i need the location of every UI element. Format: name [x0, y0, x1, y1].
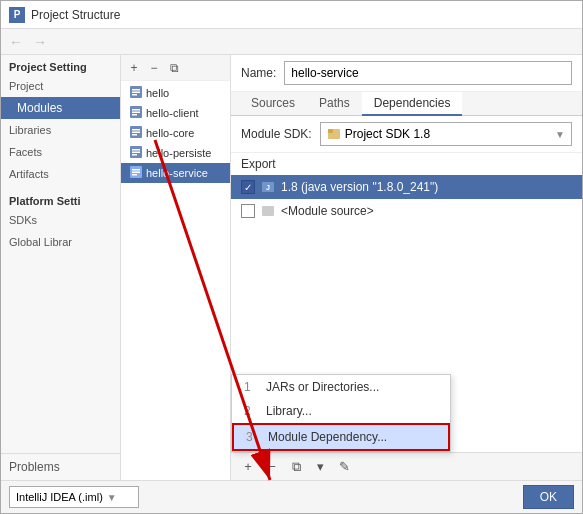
svg-rect-7: [132, 114, 137, 116]
project-structure-window: P Project Structure ← → Project Setting …: [0, 0, 583, 514]
module-icon-hello-persistence: [129, 145, 143, 161]
sidebar-item-facets-label: Facets: [9, 146, 42, 158]
svg-rect-9: [132, 129, 140, 131]
dropdown-item-jars-num: 1: [244, 380, 258, 394]
sdk-bar: Module SDK: Project SDK 1.8 ▼: [231, 116, 582, 153]
dropdown-item-library[interactable]: 2 Library...: [232, 399, 450, 423]
tree-item-hello-persistence-label: hello-persiste: [146, 147, 211, 159]
sdk-dropdown-arrow: ▼: [555, 129, 565, 140]
svg-rect-10: [132, 132, 140, 134]
module-icon-hello: [129, 85, 143, 101]
edit-dependency-button[interactable]: ✎: [333, 456, 355, 478]
export-header: Export: [231, 153, 582, 175]
svg-rect-5: [132, 109, 140, 111]
dropdown-item-jars-label: JARs or Directories...: [266, 380, 379, 394]
name-bar: Name:: [231, 55, 582, 92]
module-tree: + − ⧉ hello: [121, 55, 231, 480]
sidebar-item-global-libraries[interactable]: Global Librar: [1, 231, 120, 253]
module-icon-hello-service: [129, 165, 143, 181]
detail-area: Export ✓ J 1.8 (java version "1.8.0_241"…: [231, 153, 582, 480]
tree-item-hello-persistence[interactable]: hello-persiste: [121, 143, 230, 163]
copy-module-button[interactable]: ⧉: [165, 59, 183, 77]
remove-dependency-button[interactable]: −: [261, 456, 283, 478]
svg-rect-1: [132, 89, 140, 91]
detail-panel: Name: Sources Paths Dependencies Module …: [231, 55, 582, 480]
ok-button[interactable]: OK: [523, 485, 574, 509]
sdk-value: Project SDK 1.8: [345, 127, 430, 141]
svg-rect-3: [132, 94, 137, 96]
dropdown-item-module-dep-num: 3: [246, 430, 260, 444]
problems-section[interactable]: Problems: [1, 453, 120, 480]
window-title: Project Structure: [31, 8, 120, 22]
sdk-label: Module SDK:: [241, 127, 312, 141]
svg-rect-11: [132, 134, 137, 136]
move-down-button[interactable]: ▾: [309, 456, 331, 478]
format-select[interactable]: IntelliJ IDEA (.iml) ▼: [9, 486, 139, 508]
module-icon-hello-client: [129, 105, 143, 121]
sidebar-item-sdks[interactable]: SDKs: [1, 209, 120, 231]
dropdown-item-module-dep-label: Module Dependency...: [268, 430, 387, 444]
module-icon-hello-core: [129, 125, 143, 141]
sidebar: Project Setting Project Modules Librarie…: [1, 55, 121, 480]
sidebar-item-facets[interactable]: Facets: [1, 141, 120, 163]
svg-rect-2: [132, 92, 140, 94]
svg-rect-6: [132, 112, 140, 114]
tab-paths[interactable]: Paths: [307, 92, 362, 116]
format-select-value: IntelliJ IDEA (.iml): [16, 491, 103, 503]
export-check-module-source[interactable]: [241, 204, 255, 218]
svg-rect-15: [132, 154, 137, 156]
remove-module-button[interactable]: −: [145, 59, 163, 77]
sdk-select-icon: [327, 127, 345, 142]
svg-rect-24: [262, 206, 274, 216]
export-item-module-source[interactable]: <Module source>: [231, 199, 582, 223]
detail-toolbar: 1 JARs or Directories... 2 Library... 3 …: [231, 452, 582, 480]
tree-item-hello-core-label: hello-core: [146, 127, 194, 139]
tree-item-hello-core[interactable]: hello-core: [121, 123, 230, 143]
svg-rect-14: [132, 152, 140, 154]
export-item-jdk-label: 1.8 (java version "1.8.0_241"): [281, 180, 438, 194]
format-select-arrow: ▼: [107, 492, 117, 503]
add-module-button[interactable]: +: [125, 59, 143, 77]
sidebar-item-artifacts-label: Artifacts: [9, 168, 49, 180]
sdk-select[interactable]: Project SDK 1.8 ▼: [320, 122, 572, 146]
back-button[interactable]: ←: [5, 31, 27, 53]
main-content: Project Setting Project Modules Librarie…: [1, 55, 582, 480]
tree-item-hello-service[interactable]: hello-service: [121, 163, 230, 183]
sidebar-item-project[interactable]: Project: [1, 75, 120, 97]
export-check-jdk[interactable]: ✓: [241, 180, 255, 194]
dropdown-item-jars[interactable]: 1 JARs or Directories...: [232, 375, 450, 399]
export-item-icon-module-source: [261, 204, 275, 219]
sidebar-item-libraries[interactable]: Libraries: [1, 119, 120, 141]
top-toolbar: ← →: [1, 29, 582, 55]
sidebar-item-artifacts[interactable]: Artifacts: [1, 163, 120, 185]
name-input[interactable]: [284, 61, 572, 85]
tree-item-hello[interactable]: hello: [121, 83, 230, 103]
app-icon: P: [9, 7, 25, 23]
copy-dependency-button[interactable]: ⧉: [285, 456, 307, 478]
export-item-jdk[interactable]: ✓ J 1.8 (java version "1.8.0_241"): [231, 175, 582, 199]
sidebar-item-global-libraries-label: Global Librar: [9, 236, 72, 248]
sidebar-item-modules-label: Modules: [17, 101, 62, 115]
tabs-bar: Sources Paths Dependencies: [231, 92, 582, 116]
module-tree-toolbar: + − ⧉: [121, 55, 230, 81]
svg-rect-13: [132, 149, 140, 151]
forward-button[interactable]: →: [29, 31, 51, 53]
tab-sources[interactable]: Sources: [239, 92, 307, 116]
bottom-bar: IntelliJ IDEA (.iml) ▼ OK: [1, 480, 582, 513]
platform-settings-header[interactable]: Platform Setti: [1, 189, 120, 209]
svg-rect-18: [132, 172, 140, 174]
svg-text:J: J: [266, 184, 270, 191]
sidebar-item-libraries-label: Libraries: [9, 124, 51, 136]
tree-item-hello-client[interactable]: hello-client: [121, 103, 230, 123]
export-item-icon-jdk: J: [261, 180, 275, 195]
dropdown-item-module-dep[interactable]: 3 Module Dependency...: [232, 423, 450, 451]
add-dependency-button[interactable]: +: [237, 456, 259, 478]
sidebar-item-modules[interactable]: Modules: [1, 97, 120, 119]
add-dropdown-menu: 1 JARs or Directories... 2 Library... 3 …: [231, 374, 451, 452]
tree-item-hello-service-label: hello-service: [146, 167, 208, 179]
project-settings-header[interactable]: Project Setting: [1, 55, 120, 75]
tree-item-hello-label: hello: [146, 87, 169, 99]
tab-dependencies[interactable]: Dependencies: [362, 92, 463, 116]
svg-rect-19: [132, 174, 137, 176]
sidebar-item-sdks-label: SDKs: [9, 214, 37, 226]
